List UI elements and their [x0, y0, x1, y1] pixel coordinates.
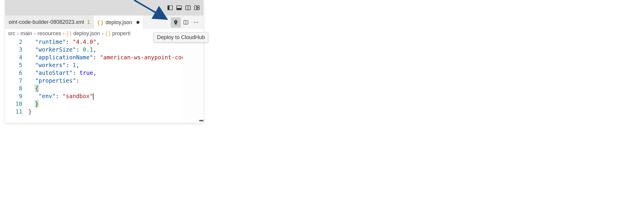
line-number: 9 — [5, 92, 22, 100]
deploy-button[interactable] — [171, 17, 181, 27]
svg-rect-7 — [197, 6, 199, 7]
panel-bottom-icon[interactable] — [175, 4, 183, 11]
tab-label: oint-code-builder-08082023.xml — [9, 19, 84, 25]
editor-actions — [171, 16, 203, 29]
line-number: 2 — [5, 38, 22, 46]
json-icon: { } — [66, 30, 71, 37]
line-number-gutter: 2 3 4 5 6 7 8 9 10 11 — [5, 38, 28, 123]
line-number: 8 — [5, 84, 22, 92]
chevron-right-icon: › — [34, 30, 36, 37]
split-icon — [183, 20, 189, 25]
svg-point-12 — [196, 22, 197, 23]
line-number: 6 — [5, 69, 22, 77]
chevron-right-icon: › — [17, 30, 19, 37]
code-line[interactable]: "workers": 1, — [28, 61, 203, 69]
breadcrumb-seg[interactable]: properti — [112, 30, 130, 37]
tab-badge: 1 — [87, 19, 90, 25]
breadcrumb-seg[interactable]: main — [21, 30, 32, 37]
panel-left-icon[interactable] — [167, 4, 174, 11]
editor-area[interactable]: 2 3 4 5 6 7 8 9 10 11 "runtime": "4.4.0"… — [5, 38, 203, 123]
more-actions-button[interactable] — [191, 17, 201, 27]
layout-grid-icon[interactable] — [193, 4, 200, 11]
svg-rect-8 — [197, 8, 199, 10]
scroll-indicator[interactable] — [199, 120, 203, 121]
json-icon: { } — [105, 30, 111, 37]
unsaved-dot-icon — [136, 21, 139, 24]
code-line[interactable]: "autoStart": true, — [28, 69, 203, 77]
split-horizontal-icon[interactable] — [184, 4, 192, 11]
tab-xml-file[interactable]: oint-code-builder-08082023.xml 1 — [5, 16, 94, 29]
chevron-right-icon: › — [63, 30, 65, 37]
code-content[interactable]: "runtime": "4.4.0", "workerSize": 0.1, "… — [28, 38, 203, 123]
code-line[interactable]: "properties": — [28, 77, 203, 84]
svg-rect-1 — [168, 6, 169, 10]
minimap[interactable] — [183, 38, 203, 123]
line-number: 5 — [5, 61, 22, 69]
code-line[interactable]: "workerSize": 0.1, — [28, 46, 203, 53]
split-editor-button[interactable] — [181, 17, 191, 27]
ellipsis-icon — [193, 20, 199, 25]
svg-point-11 — [194, 22, 195, 23]
svg-rect-6 — [195, 6, 197, 10]
line-number: 11 — [5, 108, 22, 115]
code-line[interactable]: } — [28, 100, 203, 108]
tabbar: oint-code-builder-08082023.xml 1 { } dep… — [5, 16, 203, 29]
text-cursor — [93, 93, 94, 100]
line-number: 10 — [5, 100, 22, 108]
line-number: 3 — [5, 46, 22, 53]
line-number: 7 — [5, 77, 22, 84]
code-line[interactable]: { — [28, 84, 203, 92]
breadcrumb-seg[interactable]: src — [8, 30, 15, 37]
titlebar — [5, 0, 203, 16]
tab-label: deploy.json — [105, 19, 132, 26]
line-number: 4 — [5, 53, 22, 61]
breadcrumb-seg[interactable]: deploy.json — [73, 30, 100, 37]
svg-rect-3 — [177, 8, 181, 10]
json-icon: { } — [97, 19, 103, 26]
code-line[interactable]: } — [28, 108, 203, 115]
deploy-tooltip: Deploy to CloudHub — [154, 33, 208, 42]
code-line[interactable]: "env": "sandbox" — [28, 92, 203, 100]
breadcrumb-seg[interactable]: resources — [38, 30, 61, 37]
rocket-icon — [173, 19, 179, 25]
tab-deploy-json[interactable]: { } deploy.json — [94, 16, 143, 29]
code-line[interactable]: "applicationName": "american-ws-anypoint… — [28, 53, 203, 61]
svg-point-13 — [197, 22, 198, 23]
editor-window: oint-code-builder-08082023.xml 1 { } dep… — [5, 0, 203, 123]
chevron-right-icon: › — [102, 30, 104, 37]
